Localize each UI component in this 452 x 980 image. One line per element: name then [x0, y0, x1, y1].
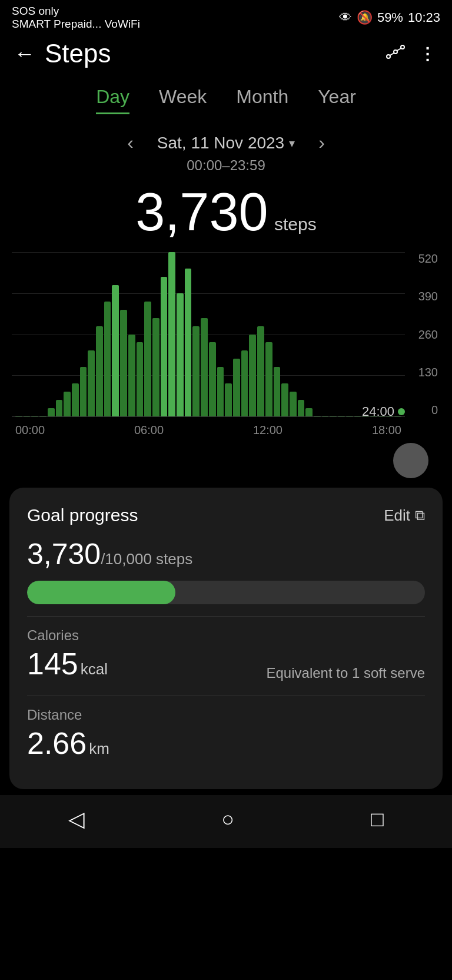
- scroll-thumb-container: [0, 443, 452, 478]
- y-label-260: 260: [418, 328, 438, 342]
- graph-icon[interactable]: [386, 43, 407, 65]
- calories-value-group: 145kcal: [27, 646, 108, 681]
- header-left: ← Steps: [14, 39, 111, 68]
- steps-count-value: 3,730: [135, 183, 268, 241]
- chart-bar: [192, 326, 200, 416]
- chart-bar: [144, 302, 151, 416]
- svg-point-2: [401, 45, 404, 49]
- date-dropdown-icon: ▾: [289, 136, 295, 150]
- time-text: 10:23: [408, 10, 440, 25]
- x-label-1800: 18:00: [372, 423, 401, 437]
- chart-bar: [265, 342, 272, 416]
- distance-label: Distance: [27, 707, 425, 723]
- y-label-0: 0: [431, 403, 438, 417]
- header-icons: ⋮: [386, 43, 438, 65]
- divider-2: [27, 696, 425, 696]
- chart-bar: [15, 416, 22, 416]
- tab-month[interactable]: Month: [236, 86, 288, 114]
- prev-date-button[interactable]: ‹: [121, 132, 139, 154]
- chart-bar: [201, 318, 208, 416]
- progress-bar-fill: [27, 581, 175, 604]
- chart-bar: [48, 408, 55, 416]
- tab-year[interactable]: Year: [318, 86, 356, 114]
- calories-value: 145: [27, 647, 78, 681]
- x-label-0000: 00:00: [15, 423, 45, 437]
- eye-icon: 👁: [339, 10, 352, 25]
- status-right: 👁 🔕 59% 10:23: [339, 10, 440, 25]
- chart-bar: [281, 383, 288, 416]
- chart-bar: [322, 416, 329, 416]
- chart-bar: [257, 326, 264, 416]
- chart-x-axis: 00:00 06:00 12:00 18:00: [12, 419, 405, 441]
- more-options-icon[interactable]: ⋮: [419, 44, 438, 64]
- recents-nav-button[interactable]: □: [371, 807, 384, 832]
- time-end-label: 24:00: [362, 404, 394, 419]
- chart-bar: [217, 367, 224, 416]
- goal-current-steps: 3,730: [27, 538, 101, 571]
- calories-unit: kcal: [81, 660, 108, 678]
- steps-display: 3,730 steps: [0, 176, 452, 246]
- distance-value: 2.66: [27, 726, 87, 760]
- chart-bar: [31, 416, 38, 416]
- chart-bar: [168, 252, 175, 416]
- steps-unit: steps: [274, 214, 317, 234]
- chart-bar: [96, 326, 103, 416]
- tabs-container: Day Week Month Year: [0, 74, 452, 120]
- calories-row: Calories 145kcal Equivalent to 1 soft se…: [27, 627, 425, 681]
- carrier-text: SOS only: [12, 5, 140, 18]
- svg-point-0: [387, 55, 390, 58]
- calories-equivalent: Equivalent to 1 soft serve: [267, 665, 425, 681]
- time-end-dot: [398, 408, 405, 415]
- divider-1: [27, 616, 425, 617]
- chart-bar: [24, 416, 31, 416]
- x-label-1200: 12:00: [253, 423, 282, 437]
- chart-bar: [120, 310, 127, 416]
- chart-bar: [72, 383, 79, 416]
- steps-chart: 520 390 260 130 0 24:00 00:00 06:00 12:0…: [12, 252, 440, 441]
- carrier-info: SOS only SMART Prepaid... VoWiFi: [12, 5, 140, 31]
- bell-icon: 🔕: [357, 10, 373, 25]
- chart-bar: [290, 392, 297, 416]
- tab-week[interactable]: Week: [159, 86, 207, 114]
- chart-bar: [346, 416, 353, 416]
- chart-bar: [112, 285, 119, 416]
- scroll-thumb[interactable]: [393, 443, 428, 478]
- chart-bar: [177, 293, 184, 416]
- goal-total-steps: /10,000 steps: [101, 550, 192, 568]
- date-selector[interactable]: Sat, 11 Nov 2023 ▾: [157, 134, 295, 153]
- chart-bar: [225, 383, 232, 416]
- x-label-0600: 06:00: [134, 423, 164, 437]
- chart-bar: [233, 359, 240, 416]
- back-button[interactable]: ←: [14, 41, 35, 66]
- chart-bar: [128, 335, 135, 417]
- y-label-520: 520: [418, 252, 438, 266]
- home-nav-button[interactable]: ○: [221, 807, 234, 832]
- distance-unit: km: [89, 740, 109, 757]
- goal-steps-display: 3,730/10,000 steps: [27, 537, 425, 571]
- time-end-indicator: 24:00: [362, 404, 405, 419]
- chart-bar: [354, 416, 361, 416]
- battery-text: 59%: [377, 10, 403, 25]
- status-bar: SOS only SMART Prepaid... VoWiFi 👁 🔕 59%…: [0, 0, 452, 33]
- goal-header: Goal progress Edit ⧉: [27, 505, 425, 525]
- date-text: Sat, 11 Nov 2023: [157, 134, 284, 153]
- chart-bar: [161, 277, 168, 416]
- chart-bar: [185, 269, 192, 416]
- edit-button[interactable]: Edit ⧉: [384, 506, 425, 525]
- goal-title: Goal progress: [27, 505, 138, 525]
- back-nav-button[interactable]: ◁: [68, 807, 85, 832]
- chart-bar: [274, 367, 281, 416]
- chart-bar: [152, 318, 159, 416]
- chart-bar: [338, 416, 345, 416]
- chart-bar: [209, 342, 216, 416]
- calories-inner: 145kcal Equivalent to 1 soft serve: [27, 646, 425, 681]
- edit-label: Edit: [384, 506, 410, 525]
- tab-day[interactable]: Day: [96, 86, 129, 114]
- header: ← Steps ⋮: [0, 33, 452, 74]
- progress-bar-background: [27, 581, 425, 604]
- next-date-button[interactable]: ›: [313, 132, 331, 154]
- chart-bar: [56, 400, 63, 416]
- chart-bar: [298, 400, 305, 416]
- chart-bar: [137, 342, 144, 416]
- chart-bar: [80, 367, 87, 416]
